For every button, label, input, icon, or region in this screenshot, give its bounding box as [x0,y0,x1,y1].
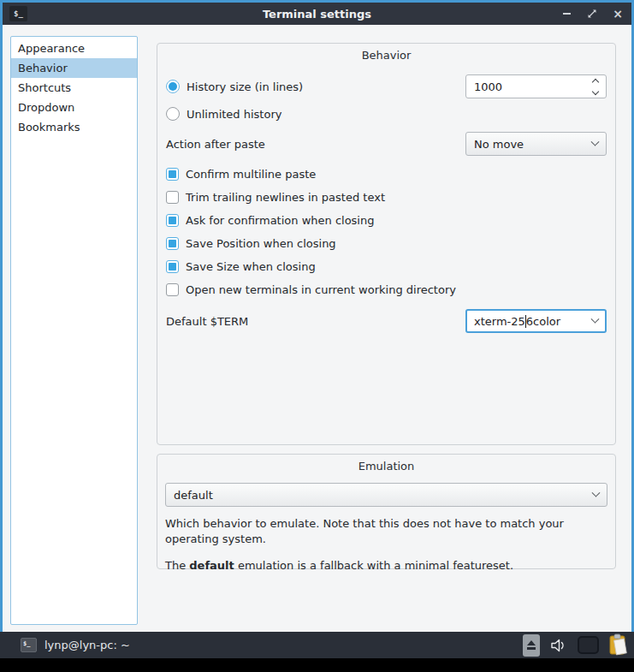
settings-content: Appearance Behavior Shortcuts Dropdown B… [3,25,631,632]
taskbar-window-label: lynp@lyn-pc: ~ [44,639,130,651]
unlimited-history-radio-row[interactable]: Unlimited history [166,107,607,121]
default-term-value-before-caret: xterm-25 [474,315,525,328]
checkbox-label: Trim trailing newlines in pasted text [186,191,385,204]
eject-icon[interactable] [523,634,540,657]
sidebar-item-shortcuts[interactable]: Shortcuts [11,78,137,98]
display-icon[interactable] [578,636,599,654]
window-title: Terminal settings [3,8,631,21]
minimize-button[interactable] [560,7,573,21]
checkbox-label: Open new terminals in current working di… [186,283,456,296]
save-position-closing-checkbox[interactable] [166,237,179,250]
history-size-radio-row[interactable]: History size (in lines) [166,80,303,93]
confirm-multiline-paste-checkbox[interactable] [166,168,179,181]
emulation-frame-title: Emulation [165,460,607,473]
chevron-down-icon [592,488,601,497]
sidebar-item-behavior[interactable]: Behavior [11,58,137,78]
emulation-frame: Emulation default Which behavior to emul… [157,454,616,569]
chevron-down-icon [591,314,600,323]
trim-trailing-newlines-checkbox[interactable] [166,191,179,204]
history-size-label: History size (in lines) [187,80,303,93]
checkbox-row[interactable]: Ask for confirmation when closing [166,214,607,227]
sidebar-item-dropdown[interactable]: Dropdown [11,98,137,117]
default-term-value-after-caret: 6color [526,315,560,328]
restore-icon [587,9,597,19]
history-size-spinbox[interactable]: 1000 [465,74,607,98]
action-after-paste-value: No move [474,138,524,151]
checkbox-label: Save Position when closing [186,237,336,250]
history-size-radio[interactable] [166,80,180,93]
restore-button[interactable] [585,7,599,21]
checkbox-row[interactable]: Save Position when closing [166,237,607,250]
checkbox-row[interactable]: Save Size when closing [166,260,607,273]
minimize-icon [563,13,571,15]
checkbox-label: Confirm multiline paste [186,168,316,181]
terminal-app-icon: $_ [9,6,27,21]
close-button[interactable]: × [611,7,625,21]
behavior-frame: Behavior History size (in lines) 1000 [157,43,616,445]
action-after-paste-label: Action after paste [166,138,265,151]
sidebar-item-appearance[interactable]: Appearance [11,39,137,58]
emulation-value: default [174,489,213,502]
emulation-dropdown[interactable]: default [165,483,607,507]
checkbox-label: Ask for confirmation when closing [186,214,374,227]
default-term-label: Default $TERM [166,315,248,328]
unlimited-history-label: Unlimited history [187,108,281,121]
chevron-down-icon [591,137,600,146]
clipboard-icon[interactable] [608,633,629,657]
terminal-settings-window: $_ Terminal settings × Appearance Behavi… [0,0,634,632]
default-term-combobox[interactable]: xterm-256color [465,309,607,333]
action-after-paste-dropdown[interactable]: No move [465,132,607,156]
sidebar-item-bookmarks[interactable]: Bookmarks [11,117,137,137]
taskbar-window-button[interactable]: $_ lynp@lyn-pc: ~ [21,638,130,652]
titlebar[interactable]: $_ Terminal settings × [3,3,631,25]
spin-down-icon[interactable] [592,87,599,94]
system-tray [523,633,629,657]
save-size-closing-checkbox[interactable] [166,260,179,273]
checkbox-row[interactable]: Confirm multiline paste [166,168,607,181]
volume-icon[interactable] [549,637,568,654]
open-terminals-cwd-checkbox[interactable] [166,283,179,296]
ask-confirmation-closing-checkbox[interactable] [166,214,179,227]
settings-category-list: Appearance Behavior Shortcuts Dropdown B… [10,36,138,625]
spin-up-icon[interactable] [592,78,599,85]
desktop-screen: $_ Terminal settings × Appearance Behavi… [0,0,634,672]
taskbar: $_ lynp@lyn-pc: ~ [0,632,634,658]
history-size-value: 1000 [474,80,502,93]
emulation-fallback-note: The default emulation is a fallback with… [165,558,607,574]
emulation-note: Which behavior to emulate. Note that thi… [165,516,607,547]
unlimited-history-radio[interactable] [166,107,180,121]
behavior-frame-title: Behavior [166,49,607,62]
checkbox-row[interactable]: Trim trailing newlines in pasted text [166,191,607,204]
terminal-window-icon: $_ [21,638,37,652]
checkbox-row[interactable]: Open new terminals in current working di… [166,283,607,296]
checkbox-label: Save Size when closing [186,260,316,273]
